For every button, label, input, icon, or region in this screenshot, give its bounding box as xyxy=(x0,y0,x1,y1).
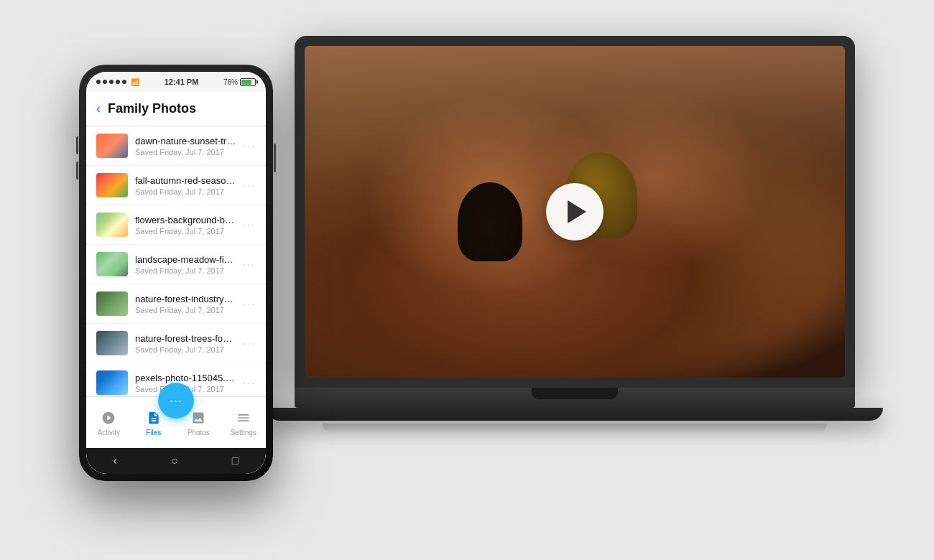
photos-icon xyxy=(190,409,207,426)
fab-dots-icon: ··· xyxy=(170,394,182,407)
activity-icon xyxy=(100,409,117,426)
file-thumbnail xyxy=(96,252,128,276)
file-menu-button[interactable]: ··· xyxy=(243,298,256,309)
laptop-foot xyxy=(267,408,883,421)
back-button[interactable]: ‹ xyxy=(96,101,101,116)
file-name: flowers-background-butterfl... xyxy=(135,215,236,225)
status-bar: 📶 12:41 PM 76% xyxy=(86,72,266,92)
signal-dot-3 xyxy=(109,80,114,84)
scene: 📶 12:41 PM 76% ‹ Family Photos xyxy=(36,22,898,538)
volume-up-button[interactable] xyxy=(76,136,78,154)
status-time: 12:41 PM xyxy=(165,78,199,86)
signal-dot-4 xyxy=(116,80,120,84)
tab-activity[interactable]: Activity xyxy=(86,409,131,437)
signal-dot-2 xyxy=(103,80,107,84)
laptop-notch xyxy=(532,388,618,399)
laptop xyxy=(295,36,855,438)
folder-title: Family Photos xyxy=(108,101,196,116)
file-menu-button[interactable]: ··· xyxy=(243,377,256,388)
laptop-reflection xyxy=(323,424,827,434)
battery-percent: 76% xyxy=(223,78,238,86)
signal-indicator: 📶 xyxy=(96,78,139,86)
file-name: fall-autumn-red-season.jpg xyxy=(135,175,236,186)
file-thumbnail xyxy=(96,370,128,395)
man-silhouette xyxy=(440,118,540,261)
tab-bar: Activity Files ··· xyxy=(86,396,266,448)
file-date: Saved Friday, Jul 7, 2017 xyxy=(135,187,236,196)
back-nav-button[interactable]: ‹ xyxy=(114,454,117,467)
file-item[interactable]: landscape-meadow-field-m... Saved Friday… xyxy=(86,245,266,284)
file-item[interactable]: nature-forest-industry-rails.j... Saved … xyxy=(86,284,266,324)
file-menu-button[interactable]: ··· xyxy=(243,337,256,349)
file-name: dawn-nature-sunset-trees.jpg xyxy=(135,136,236,146)
tab-photos-label: Photos xyxy=(188,429,210,437)
app-header: ‹ Family Photos xyxy=(86,92,266,126)
file-thumbnail xyxy=(96,291,128,316)
phone-screen: 📶 12:41 PM 76% ‹ Family Photos xyxy=(86,72,266,474)
battery-fill xyxy=(241,80,251,85)
file-info: landscape-meadow-field-m... Saved Friday… xyxy=(135,254,236,275)
play-button[interactable] xyxy=(546,183,604,241)
file-item[interactable]: flowers-background-butterfl... Saved Fri… xyxy=(86,205,266,245)
file-list: dawn-nature-sunset-trees.jpg Saved Frida… xyxy=(86,126,266,396)
file-name: landscape-meadow-field-m... xyxy=(135,254,236,265)
file-name: nature-forest-trees-fog.jpeg xyxy=(135,333,236,344)
file-thumbnail xyxy=(96,173,128,197)
file-date: Saved Friday, Jul 7, 2017 xyxy=(135,148,236,157)
volume-down-button[interactable] xyxy=(76,162,78,179)
recents-nav-button[interactable]: □ xyxy=(232,454,239,467)
file-date: Saved Friday, Jul 7, 2017 xyxy=(135,227,236,235)
file-info: fall-autumn-red-season.jpg Saved Friday,… xyxy=(135,175,236,196)
files-icon xyxy=(145,409,162,426)
file-info: nature-forest-trees-fog.jpeg Saved Frida… xyxy=(135,333,236,354)
file-date: Saved Friday, Jul 7, 2017 xyxy=(135,306,236,314)
tab-settings-label: Settings xyxy=(231,429,256,437)
signal-dot-5 xyxy=(122,80,126,84)
phone-outer: 📶 12:41 PM 76% ‹ Family Photos xyxy=(79,65,273,481)
file-menu-button[interactable]: ··· xyxy=(243,179,256,191)
laptop-base xyxy=(295,388,855,408)
tab-settings[interactable]: Settings xyxy=(221,409,267,437)
file-item[interactable]: dawn-nature-sunset-trees.jpg Saved Frida… xyxy=(86,126,266,166)
file-name: pexels-photo-115045.jpeg xyxy=(135,373,236,383)
file-date: Saved Friday, Jul 7, 2017 xyxy=(135,266,236,275)
settings-icon xyxy=(235,409,252,426)
file-date: Saved Friday, Jul 7, 2017 xyxy=(135,345,236,354)
power-button[interactable] xyxy=(274,144,276,172)
file-info: nature-forest-industry-rails.j... Saved … xyxy=(135,294,236,314)
tab-files-label: Files xyxy=(146,429,161,437)
file-menu-button[interactable]: ··· xyxy=(243,219,256,230)
tab-activity-label: Activity xyxy=(97,429,120,437)
battery-icon xyxy=(240,78,256,86)
file-item[interactable]: fall-autumn-red-season.jpg Saved Friday,… xyxy=(86,166,266,205)
file-info: flowers-background-butterfl... Saved Fri… xyxy=(135,215,236,235)
battery-indicator: 76% xyxy=(223,78,256,86)
laptop-body xyxy=(295,36,855,388)
file-thumbnail xyxy=(96,331,128,355)
phone-nav-bar: ‹ ○ □ xyxy=(86,448,266,474)
file-thumbnail xyxy=(96,134,128,158)
home-nav-button[interactable]: ○ xyxy=(171,454,178,467)
file-info: dawn-nature-sunset-trees.jpg Saved Frida… xyxy=(135,136,236,157)
signal-dot-1 xyxy=(96,80,101,84)
wifi-icon: 📶 xyxy=(131,78,139,86)
file-menu-button[interactable]: ··· xyxy=(243,140,256,151)
phone: 📶 12:41 PM 76% ‹ Family Photos xyxy=(79,65,273,481)
laptop-screen xyxy=(305,46,845,378)
file-name: nature-forest-industry-rails.j... xyxy=(135,294,236,304)
file-item[interactable]: nature-forest-trees-fog.jpeg Saved Frida… xyxy=(86,324,266,363)
actions-fab[interactable]: ··· xyxy=(158,383,194,419)
play-triangle-icon xyxy=(568,200,586,223)
file-menu-button[interactable]: ··· xyxy=(243,258,256,270)
file-thumbnail xyxy=(96,213,128,237)
